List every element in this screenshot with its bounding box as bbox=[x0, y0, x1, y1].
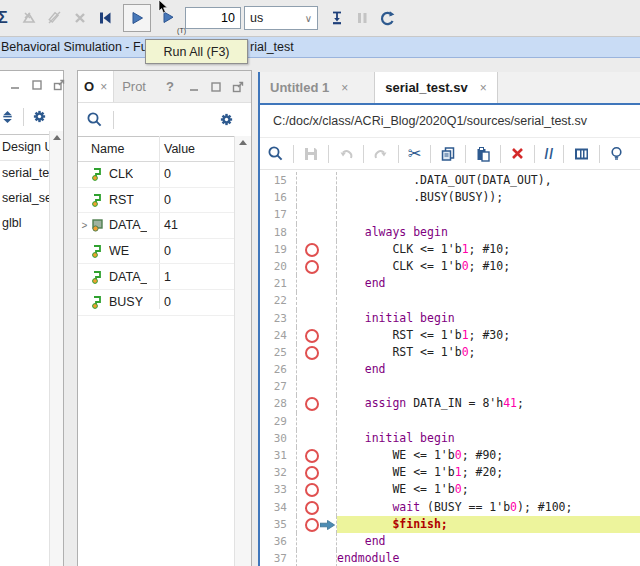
maximize-icon[interactable] bbox=[31, 79, 43, 91]
copy-icon[interactable] bbox=[440, 141, 456, 167]
breakpoint-icon[interactable] bbox=[305, 329, 319, 343]
code-text[interactable] bbox=[337, 378, 640, 395]
maximize-icon[interactable] bbox=[210, 81, 222, 93]
code-text[interactable]: CLK <= 1'b1; #10; bbox=[337, 241, 640, 258]
breakpoint-gutter[interactable] bbox=[296, 327, 337, 344]
close-icon[interactable]: × bbox=[480, 81, 487, 95]
code-line[interactable]: 17 bbox=[260, 206, 640, 223]
objects-row[interactable]: >DATA_41 bbox=[78, 213, 251, 239]
relaunch-button[interactable] bbox=[379, 5, 396, 31]
breakpoint-icon[interactable] bbox=[305, 501, 319, 515]
breakpoint-gutter[interactable] bbox=[296, 516, 337, 533]
line-number[interactable]: 29 bbox=[260, 413, 296, 430]
search-icon[interactable] bbox=[86, 107, 103, 133]
lightbulb-icon[interactable] bbox=[609, 141, 624, 167]
line-number[interactable]: 19 bbox=[260, 241, 296, 258]
cut-icon[interactable]: ✂ bbox=[408, 141, 421, 167]
expand-arrow-icon[interactable]: > bbox=[78, 220, 91, 231]
code-line[interactable]: 25 RST <= 1'b0; bbox=[260, 344, 640, 361]
line-number[interactable]: 35 bbox=[260, 516, 296, 533]
objects-row[interactable]: DATA_1 bbox=[78, 264, 251, 290]
breakpoint-gutter[interactable] bbox=[296, 344, 337, 361]
code-text[interactable]: wait (BUSY == 1'b0); #100; bbox=[337, 499, 640, 516]
objects-row[interactable]: CLK0 bbox=[78, 162, 251, 188]
clipped-icon[interactable]: Σ bbox=[0, 5, 12, 31]
code-line[interactable]: 32 WE <= 1'b1; #20; bbox=[260, 464, 640, 481]
code-line[interactable]: 26 end bbox=[260, 361, 640, 378]
code-line[interactable]: 22 bbox=[260, 292, 640, 309]
line-number[interactable]: 36 bbox=[260, 533, 296, 550]
breakpoint-icon[interactable] bbox=[305, 243, 319, 257]
code-text[interactable]: always begin bbox=[337, 224, 640, 241]
code-line[interactable]: 33 WE <= 1'b0; bbox=[260, 481, 640, 498]
line-number[interactable]: 22 bbox=[260, 292, 296, 309]
code-text[interactable]: $finish; bbox=[337, 516, 640, 533]
minimize-icon[interactable] bbox=[188, 81, 200, 93]
code-line[interactable]: 36 end bbox=[260, 533, 640, 550]
breakpoint-gutter[interactable] bbox=[296, 258, 337, 275]
breakpoint-gutter[interactable] bbox=[296, 550, 337, 566]
breakpoint-gutter[interactable] bbox=[296, 361, 337, 378]
settings-gear-icon[interactable] bbox=[32, 104, 47, 130]
scrollbar[interactable] bbox=[234, 136, 251, 566]
code-text[interactable]: end bbox=[337, 275, 640, 292]
close-icon[interactable]: × bbox=[100, 80, 107, 94]
code-line[interactable]: 28 assign DATA_IN = 8'h41; bbox=[260, 395, 640, 412]
breakpoint-gutter[interactable] bbox=[296, 499, 337, 516]
code-text[interactable]: assign DATA_IN = 8'h41; bbox=[337, 395, 640, 412]
line-number[interactable]: 37 bbox=[260, 550, 296, 566]
line-number[interactable]: 23 bbox=[260, 310, 296, 327]
tab-protocol[interactable]: Prot bbox=[122, 79, 146, 94]
code-text[interactable] bbox=[337, 206, 640, 223]
code-text[interactable]: WE <= 1'b0; #90; bbox=[337, 447, 640, 464]
line-number[interactable]: 34 bbox=[260, 499, 296, 516]
delete-icon[interactable] bbox=[510, 141, 525, 167]
breakpoint-gutter[interactable] bbox=[296, 224, 337, 241]
line-number[interactable]: 25 bbox=[260, 344, 296, 361]
breakpoint-gutter[interactable] bbox=[296, 206, 337, 223]
breakpoint-icon[interactable] bbox=[305, 397, 319, 411]
code-text[interactable]: .BUSY(BUSY)); bbox=[337, 189, 640, 206]
code-line[interactable]: 35 $finish; bbox=[260, 516, 640, 533]
paste-icon[interactable] bbox=[475, 141, 491, 167]
code-text[interactable]: CLK <= 1'b0; #10; bbox=[337, 258, 640, 275]
line-number[interactable]: 27 bbox=[260, 378, 296, 395]
line-number[interactable]: 18 bbox=[260, 224, 296, 241]
column-name[interactable]: Name bbox=[91, 137, 124, 161]
code-line[interactable]: 27 bbox=[260, 378, 640, 395]
run-all-button[interactable] bbox=[123, 4, 151, 32]
float-icon[interactable] bbox=[53, 79, 65, 91]
line-number[interactable]: 30 bbox=[260, 430, 296, 447]
code-line[interactable]: 24 RST <= 1'b1; #30; bbox=[260, 327, 640, 344]
breakpoint-gutter[interactable] bbox=[296, 292, 337, 309]
float-icon[interactable] bbox=[232, 81, 244, 93]
line-number[interactable]: 26 bbox=[260, 361, 296, 378]
breakpoint-gutter[interactable] bbox=[296, 189, 337, 206]
code-text[interactable]: WE <= 1'b1; #20; bbox=[337, 464, 640, 481]
code-text[interactable]: initial begin bbox=[337, 310, 640, 327]
code-editor[interactable]: 15 .DATA_OUT(DATA_OUT),16 .BUSY(BUSY));1… bbox=[260, 168, 640, 566]
objects-row[interactable]: RST0 bbox=[78, 188, 251, 214]
breakpoint-icon[interactable] bbox=[305, 260, 319, 274]
simulation-time-input[interactable] bbox=[185, 7, 241, 29]
objects-row[interactable]: BUSY0 bbox=[78, 290, 251, 316]
breakpoint-gutter[interactable] bbox=[296, 447, 337, 464]
breakpoint-gutter[interactable] bbox=[296, 533, 337, 550]
tab-serial-test[interactable]: serial_test.sv × bbox=[374, 72, 497, 103]
breakpoint-gutter[interactable] bbox=[296, 172, 337, 189]
code-text[interactable]: RST <= 1'b1; #30; bbox=[337, 327, 640, 344]
find-icon[interactable] bbox=[267, 141, 284, 167]
breakpoint-icon[interactable] bbox=[305, 466, 319, 480]
code-line[interactable]: 29 bbox=[260, 413, 640, 430]
breakpoint-gutter[interactable] bbox=[296, 275, 337, 292]
step-button[interactable] bbox=[329, 5, 345, 31]
code-text[interactable]: endmodule bbox=[337, 550, 640, 566]
line-number[interactable]: 17 bbox=[260, 206, 296, 223]
settings-gear-icon[interactable] bbox=[219, 107, 234, 133]
breakpoint-gutter[interactable] bbox=[296, 481, 337, 498]
columns-icon[interactable] bbox=[573, 141, 590, 167]
scroll-up-icon[interactable] bbox=[50, 131, 63, 144]
breakpoint-gutter[interactable] bbox=[296, 395, 337, 412]
breakpoint-icon[interactable] bbox=[305, 449, 319, 463]
help-icon[interactable]: ? bbox=[166, 79, 174, 94]
